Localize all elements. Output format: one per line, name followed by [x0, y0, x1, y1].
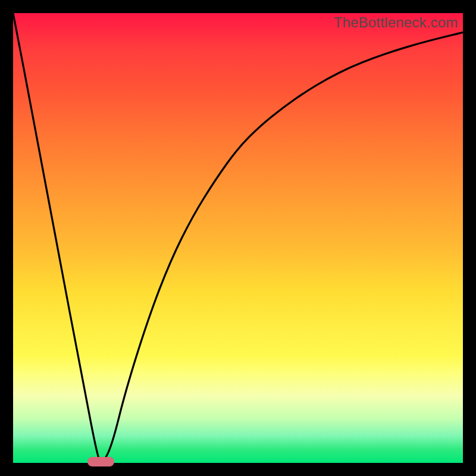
curve-path — [13, 13, 463, 463]
watermark-text: TheBottleneck.com — [334, 14, 458, 31]
bottleneck-curve — [13, 13, 463, 463]
optimal-marker — [87, 457, 114, 466]
chart-frame: TheBottleneck.com — [0, 0, 476, 476]
chart-plot-area: TheBottleneck.com — [13, 13, 463, 463]
